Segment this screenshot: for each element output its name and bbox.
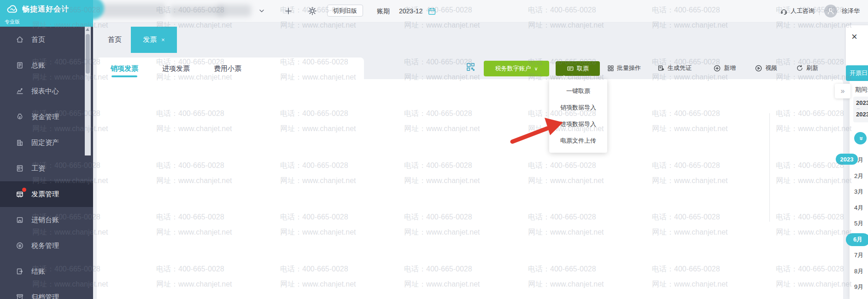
closing-icon xyxy=(16,267,24,276)
sidebar-scrollbar[interactable] xyxy=(85,27,91,155)
sidebar-item[interactable]: 固定资产 xyxy=(0,130,93,155)
cloud-logo-icon xyxy=(6,3,18,15)
batch-operations-button[interactable]: 批量操作 xyxy=(607,64,641,72)
report-icon xyxy=(16,87,24,95)
sidebar-item[interactable]: 工资 xyxy=(0,155,93,181)
batch-label: 批量操作 xyxy=(617,64,641,72)
sidebar-item[interactable]: 发票管理 xyxy=(0,181,93,207)
sidebar-item-label: 固定资产 xyxy=(31,138,59,147)
invoice-subtabs: 销项发票 进项发票 费用小票 xyxy=(97,58,364,80)
salary-icon xyxy=(16,164,24,172)
username[interactable]: 徐泽华 xyxy=(842,7,860,15)
content-card xyxy=(97,79,843,299)
app-name: 畅捷通好会计 xyxy=(22,5,69,14)
voucher-icon xyxy=(657,64,665,72)
menu-item[interactable]: 进项数据导入 xyxy=(549,116,607,132)
sidebar-item[interactable]: 结账 xyxy=(0,259,93,284)
scroll-up-arrow[interactable] xyxy=(86,28,89,31)
refresh-label: 刷新 xyxy=(806,64,818,72)
month-item[interactable]: 8月 xyxy=(850,264,868,280)
play-circle-icon xyxy=(755,64,762,72)
tab-expense-receipt[interactable]: 费用小票 xyxy=(214,58,241,80)
get-invoice-dropdown: 一键取票销项数据导入进项数据导入电票文件上传 xyxy=(549,79,607,153)
asset-icon xyxy=(16,138,24,147)
menu-item[interactable]: 一键取票 xyxy=(549,83,607,99)
sidebar-item[interactable]: 税务管理 xyxy=(0,233,93,259)
collapse-months-button[interactable]: « xyxy=(854,132,867,144)
app-window: 切到旧版 账期 2023-12 人工咨询 徐泽华 畅捷通好会计 专业版 首页 xyxy=(0,0,868,299)
month-item[interactable]: 9月 xyxy=(850,279,868,295)
sidebar-item[interactable]: 总账 xyxy=(0,52,93,78)
refresh-icon xyxy=(796,64,803,72)
add-new-button[interactable]: 新增 xyxy=(713,64,736,72)
refresh-button[interactable]: 刷新 xyxy=(796,64,818,72)
sidebar-item-label: 发票管理 xyxy=(31,190,59,199)
month-item[interactable]: 2月 xyxy=(850,168,868,184)
tab-invoice[interactable]: 发票 × xyxy=(131,27,177,53)
video-button[interactable]: 视频 xyxy=(755,64,777,72)
voucher-label: 生成凭证 xyxy=(668,64,692,72)
tax-digital-account-label: 税务数字账户 xyxy=(495,64,531,73)
menu-item[interactable]: 销项数据导入 xyxy=(549,99,607,116)
range-start: 2023 xyxy=(856,99,868,106)
ledger-icon xyxy=(16,61,24,69)
divider xyxy=(819,7,820,15)
month-item[interactable]: 6月 xyxy=(846,233,868,246)
date-range-box[interactable]: 2023 2023 xyxy=(853,97,868,122)
period-value[interactable]: 2023-12 xyxy=(399,7,422,15)
sidebar-item-label: 结账 xyxy=(31,267,45,276)
tax-icon xyxy=(16,242,24,250)
video-label: 视频 xyxy=(765,64,777,72)
funds-icon xyxy=(16,113,24,121)
month-item[interactable]: 5月 xyxy=(850,216,868,232)
sidebar-item[interactable]: 首页 xyxy=(0,27,93,52)
calendar-icon[interactable] xyxy=(428,7,436,16)
app-edition: 专业版 xyxy=(5,18,20,25)
month-item[interactable]: 7月 xyxy=(850,247,868,264)
expand-panel-button[interactable]: » xyxy=(835,84,850,98)
close-icon[interactable]: × xyxy=(851,32,857,42)
menu-item[interactable]: 电票文件上传 xyxy=(549,132,607,149)
get-invoice-button[interactable]: 取票 xyxy=(556,61,600,76)
sidebar-item-label: 资金管理 xyxy=(31,113,59,121)
scrollbar-thumb[interactable] xyxy=(86,34,90,74)
add-account-set-icon[interactable] xyxy=(284,6,293,16)
period-select-label: 期间选择 xyxy=(855,86,868,94)
tab-close-icon[interactable]: × xyxy=(161,36,165,43)
sidebar-item-label: 总账 xyxy=(31,61,45,70)
qr-code-icon[interactable] xyxy=(466,62,475,72)
sidebar-item[interactable]: 报表中心 xyxy=(0,78,93,104)
invoice-date-tab[interactable]: 开票日期 xyxy=(846,65,868,81)
plus-circle-icon xyxy=(713,64,721,72)
month-item[interactable]: 10月 xyxy=(850,295,868,299)
panel-close-box: × xyxy=(846,25,868,66)
sidebar-menu: 首页 总账 报表中心 资金管理 固定资产 工资 发票管理 进销台账 税务管理 结… xyxy=(0,27,93,299)
chevron-down-icon: ∨ xyxy=(534,66,538,71)
month-item[interactable]: 4月 xyxy=(850,200,868,216)
tax-digital-account-button[interactable]: 税务数字账户 ∨ xyxy=(484,61,549,76)
month-item[interactable]: 3月 xyxy=(850,184,868,200)
notification-badge xyxy=(22,188,26,192)
chevrons-up-icon: « xyxy=(856,137,864,140)
tab-home[interactable]: 首页 xyxy=(99,27,131,53)
get-invoice-label: 取票 xyxy=(577,64,589,73)
tab-sales-invoice[interactable]: 销项发票 xyxy=(111,58,138,80)
redacted-company-name[interactable] xyxy=(99,4,166,17)
range-divider xyxy=(857,109,860,109)
sidebar-item[interactable]: 资金管理 xyxy=(0,104,93,130)
sidebar-item[interactable]: 进销台账 xyxy=(0,207,93,233)
support-link[interactable]: 人工咨询 xyxy=(780,7,815,15)
gear-icon[interactable] xyxy=(308,6,317,16)
batch-icon xyxy=(607,65,614,72)
avatar[interactable] xyxy=(824,5,837,17)
tab-purchase-invoice[interactable]: 进项发票 xyxy=(162,58,190,80)
sidebar-item-label: 工资 xyxy=(31,164,45,173)
invoice-ticket-icon xyxy=(567,65,574,72)
sidebar-item[interactable]: 归档管理 xyxy=(0,284,93,299)
sidebar-item-label: 首页 xyxy=(31,35,45,44)
generate-voucher-button[interactable]: 生成凭证 xyxy=(657,64,692,72)
redacted-company-name[interactable] xyxy=(217,5,251,17)
company-chevron-down-icon[interactable] xyxy=(258,7,265,15)
switch-old-version-button[interactable]: 切到旧版 xyxy=(327,5,363,17)
sidebar-item-label: 税务管理 xyxy=(31,242,59,250)
